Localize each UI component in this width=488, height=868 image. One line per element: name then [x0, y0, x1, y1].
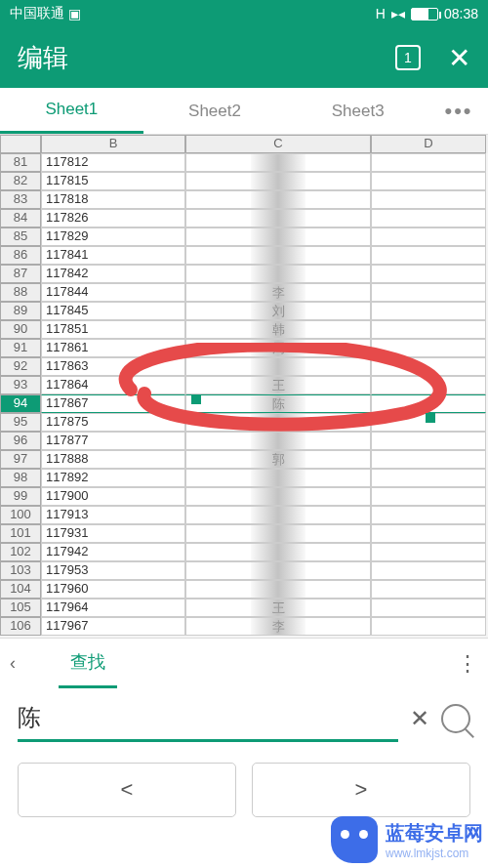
cell[interactable]: 117864	[41, 376, 185, 394]
cell[interactable]	[185, 580, 371, 599]
row-header[interactable]: 83	[0, 190, 41, 209]
cell[interactable]	[185, 487, 371, 506]
row-header[interactable]: 82	[0, 172, 41, 190]
cell[interactable]	[185, 506, 371, 524]
cell[interactable]	[371, 524, 486, 543]
find-prev-button[interactable]: <	[18, 763, 236, 817]
row-header[interactable]: 98	[0, 469, 41, 487]
cell[interactable]	[371, 339, 486, 357]
table-row[interactable]: 98117892	[0, 469, 488, 487]
cell[interactable]: 117900	[41, 487, 185, 506]
table-row[interactable]: 104117960	[0, 580, 488, 599]
cell[interactable]: 刘	[185, 302, 371, 320]
table-row[interactable]: 83117818	[0, 190, 488, 209]
cell[interactable]: 郭	[185, 450, 371, 469]
row-header[interactable]: 100	[0, 506, 41, 524]
cell[interactable]	[185, 524, 371, 543]
cell[interactable]	[185, 172, 371, 190]
cell[interactable]	[185, 246, 371, 265]
row-header[interactable]: 86	[0, 246, 41, 265]
cell[interactable]: 117877	[41, 432, 185, 450]
selection-handle-right[interactable]	[426, 413, 435, 423]
cell[interactable]	[371, 376, 486, 394]
cell[interactable]	[371, 432, 486, 450]
row-header[interactable]: 94	[0, 394, 41, 413]
cell[interactable]	[371, 561, 486, 580]
cell[interactable]: 117892	[41, 469, 185, 487]
table-row[interactable]: 95117875	[0, 413, 488, 432]
cell[interactable]	[371, 543, 486, 561]
cell[interactable]: 117913	[41, 506, 185, 524]
table-row[interactable]: 90117851韩	[0, 320, 488, 339]
cell[interactable]	[185, 227, 371, 246]
cell[interactable]	[371, 302, 486, 320]
cell[interactable]	[371, 246, 486, 265]
clear-icon[interactable]: ✕	[410, 705, 429, 732]
table-row[interactable]: 93117864王	[0, 376, 488, 394]
row-header[interactable]: 93	[0, 376, 41, 394]
row-header[interactable]: 88	[0, 283, 41, 302]
search-input[interactable]	[18, 696, 398, 742]
cell[interactable]	[371, 469, 486, 487]
cell[interactable]	[185, 413, 371, 432]
spreadsheet[interactable]: BCD8111781282117815831178188411782685117…	[0, 135, 488, 638]
table-row[interactable]: 87117842	[0, 265, 488, 283]
table-row[interactable]: 91117861周	[0, 339, 488, 357]
row-header[interactable]: 84	[0, 209, 41, 227]
cell[interactable]	[185, 543, 371, 561]
table-row[interactable]: 96117877	[0, 432, 488, 450]
table-row[interactable]: 106117967李	[0, 617, 488, 636]
row-header[interactable]: 91	[0, 339, 41, 357]
cell[interactable]	[371, 227, 486, 246]
cell[interactable]: 117812	[41, 153, 185, 172]
find-more-icon[interactable]: ⋮	[457, 651, 478, 677]
table-row[interactable]: 92117863	[0, 357, 488, 376]
cell[interactable]: 117863	[41, 357, 185, 376]
cell[interactable]	[371, 320, 486, 339]
cell[interactable]: 李	[185, 283, 371, 302]
table-row[interactable]: 102117942	[0, 543, 488, 561]
row-header[interactable]: 85	[0, 227, 41, 246]
cell[interactable]	[185, 561, 371, 580]
table-row[interactable]: 100117913	[0, 506, 488, 524]
cell[interactable]: 王	[185, 376, 371, 394]
table-row[interactable]: 84117826	[0, 209, 488, 227]
cell[interactable]: 117931	[41, 524, 185, 543]
row-header[interactable]: 102	[0, 543, 41, 561]
search-icon[interactable]	[441, 704, 470, 733]
cell[interactable]: 117842	[41, 265, 185, 283]
cell[interactable]	[185, 265, 371, 283]
cell[interactable]	[371, 172, 486, 190]
table-row[interactable]: 86117841	[0, 246, 488, 265]
cell[interactable]: 117841	[41, 246, 185, 265]
cell[interactable]: 117960	[41, 580, 185, 599]
find-mode-tab[interactable]: 查找	[59, 639, 117, 688]
cell[interactable]: 117815	[41, 172, 185, 190]
column-header[interactable]: B	[41, 135, 185, 153]
cell[interactable]	[185, 190, 371, 209]
row-header[interactable]: 89	[0, 302, 41, 320]
row-header[interactable]: 101	[0, 524, 41, 543]
cell[interactable]	[371, 153, 486, 172]
selection-handle-left[interactable]	[191, 394, 201, 404]
close-icon[interactable]: ✕	[448, 42, 470, 74]
cell[interactable]	[185, 432, 371, 450]
table-row[interactable]: 82117815	[0, 172, 488, 190]
find-next-button[interactable]: >	[252, 763, 470, 817]
cell[interactable]: 韩	[185, 320, 371, 339]
cell[interactable]	[371, 506, 486, 524]
cell[interactable]	[371, 617, 486, 636]
cell[interactable]: 117953	[41, 561, 185, 580]
cell[interactable]	[371, 487, 486, 506]
table-row[interactable]: 88117844李	[0, 283, 488, 302]
cell[interactable]: 117964	[41, 599, 185, 617]
cell[interactable]: 117829	[41, 227, 185, 246]
cell[interactable]: 王	[185, 599, 371, 617]
table-row[interactable]: 97117888郭	[0, 450, 488, 469]
table-row[interactable]: 81117812	[0, 153, 488, 172]
row-header[interactable]: 103	[0, 561, 41, 580]
table-row[interactable]: 99117900	[0, 487, 488, 506]
find-back-icon[interactable]: ‹	[10, 653, 49, 674]
cell[interactable]	[371, 450, 486, 469]
cell[interactable]	[185, 209, 371, 227]
